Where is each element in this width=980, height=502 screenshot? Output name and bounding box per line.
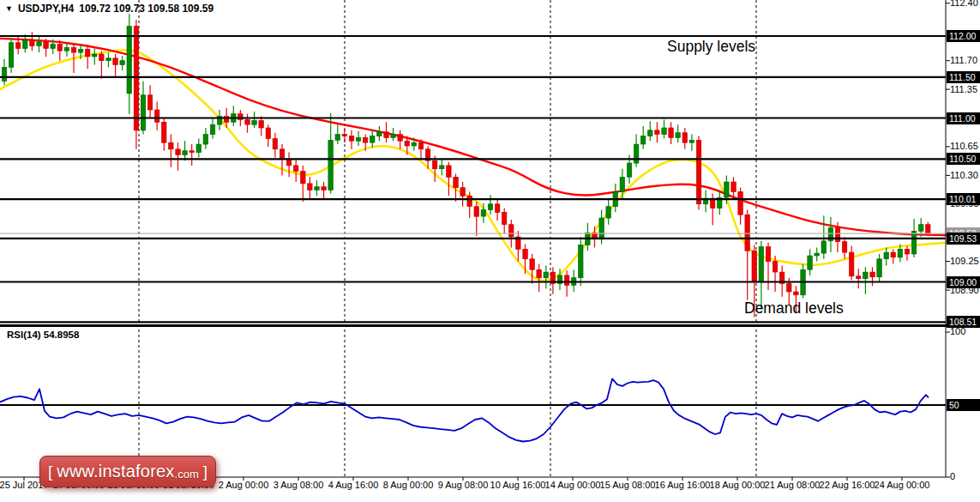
candle-body [398,135,403,142]
rsi-axis-label: 0 [950,471,955,481]
logo-suffix: .com [175,463,199,481]
candle-body [655,130,660,135]
candle-body [113,58,118,65]
candle-body [57,45,63,51]
candle-body [891,252,896,257]
candle-body [821,241,827,253]
instaforex-logo: [www.instaforex.com] [39,456,216,487]
candle-body [835,228,840,242]
candle-body [370,136,376,143]
time-axis-label: 10 Aug 16:00 [490,480,546,490]
candle-body [162,122,167,142]
candle-body [196,144,201,153]
candle-body [183,151,188,155]
candle-body [460,188,466,197]
price-axis-label: 109.25 [950,256,979,266]
candle-body [293,166,298,172]
supply-levels-annotation[interactable]: Supply levels [667,38,755,56]
candle-body [273,138,278,148]
candle-body [322,187,327,191]
chart-header: ▼ USDJPY,H4 109.72 109.73 109.58 109.59 [5,3,213,15]
candle-body [440,166,445,169]
candle-body [176,149,181,155]
level-price-badge: 110.50 [947,153,980,165]
candle-body [154,110,159,122]
candle-body [752,251,757,281]
symbol-dropdown-icon[interactable]: ▼ [5,4,13,13]
price-axis-label: 110.65 [950,141,978,151]
rsi-axis-label: 100 [950,326,965,336]
candle-body [15,43,21,49]
candle-body [78,49,83,52]
candle-body [579,245,584,278]
symbol-timeframe-label: USDJPY,H4 [18,3,74,15]
candle-body [99,54,105,61]
time-axis-label: 22 Aug 16:00 [820,480,875,490]
candle-body [495,204,500,213]
chart-canvas[interactable] [0,0,980,502]
indicator-label: RSI(14) 54.8958 [7,330,79,340]
candle-body [766,247,771,262]
demand-levels-annotation[interactable]: Demand levels [744,299,844,318]
logo-bracket-open: [ [44,463,57,481]
candle-body [203,135,208,145]
candle-body [315,187,320,191]
ohlc-values: 109.72 109.73 109.58 109.59 [79,3,213,15]
candle-body [349,136,354,142]
level-price-badge: 112.00 [947,30,980,42]
candle-body [474,207,479,217]
level-price-badge: 109.53 [947,233,980,245]
candle-body [926,225,931,234]
candle-body [877,259,882,277]
candle-body [2,67,7,81]
time-axis-label: 2 Aug 00:00 [219,480,269,490]
candle-body [759,247,764,282]
candle-body [884,252,889,259]
candle-body [342,135,347,136]
candle-body [405,141,410,146]
candle-body [870,272,875,277]
candle-body [252,120,257,124]
rsi-axis-label: 50 [947,399,980,411]
price-axis-label: 111.70 [950,55,977,65]
time-axis-label: 15 Aug 08:00 [600,480,656,490]
panel-divider[interactable] [0,324,980,327]
candle-body [599,218,604,239]
time-axis-label: 21 Aug 08:00 [765,480,821,490]
time-axis-label: 3 Aug 08:00 [274,480,324,490]
candle-body [634,144,639,163]
candle-body [857,276,862,279]
candle-body [676,133,681,138]
candle-body [391,135,396,138]
candle-body [898,249,903,257]
candle-body [467,196,472,206]
candle-body [266,128,271,138]
logo-text: www.instaforex [57,462,174,481]
candle-body [648,130,653,136]
candle-body [106,58,111,61]
candle-body [640,136,646,145]
candle-body [863,272,869,279]
candle-body [412,142,417,146]
candle-body [454,177,459,187]
candle-body [286,159,292,166]
candle-body [9,43,14,68]
candle-body [481,210,486,217]
candle-body [363,137,368,142]
ma-fast-yellow-line [0,50,946,281]
price-axis-label: 110.30 [950,170,978,180]
candle-body [44,42,49,49]
candle-body [662,128,667,135]
candle-body [23,40,28,49]
candle-body [93,54,98,57]
time-axis-label: 4 Aug 16:00 [328,480,379,490]
candle-body [85,49,90,57]
candle-body [620,177,625,191]
candle-body [745,215,750,251]
candle-body [245,119,250,124]
candle-body [787,283,792,292]
candle-body [30,40,35,46]
level-price-badge: 111.00 [947,112,980,124]
level-price-badge: 109.00 [947,276,980,288]
logo-bracket-close: ] [199,463,212,481]
